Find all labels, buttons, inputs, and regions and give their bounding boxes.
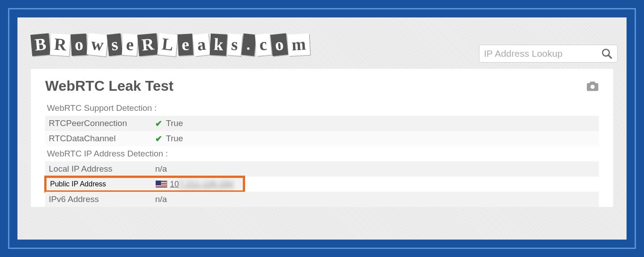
row-value: ✔ True [155, 118, 599, 129]
svg-point-2 [590, 84, 594, 88]
row-value: ✔ True [155, 134, 599, 144]
table-row: RTCPeerConnection ✔ True [45, 116, 599, 131]
page-header: B R o w s e R L e a k s . c o m [17, 17, 627, 69]
row-label: Public IP Address [47, 180, 156, 188]
logo-tile: c [255, 33, 271, 56]
public-ip-link[interactable]: 107.211.126.184 [170, 180, 233, 189]
row-value: n/a [155, 194, 599, 204]
page-container: B R o w s e R L e a k s . c o m [17, 17, 627, 240]
logo-tile: e [122, 33, 138, 55]
logo-tile: . [241, 33, 256, 55]
section-label-support: WebRTC Support Detection : [45, 101, 599, 116]
logo-tile: k [209, 34, 227, 56]
search-icon[interactable] [601, 48, 613, 59]
logo-tile: L [157, 33, 178, 56]
logo-tile: R [50, 33, 71, 56]
row-label: RTCDataChannel [45, 134, 155, 143]
ip-blurred-part: 7.211.126.184 [179, 180, 233, 189]
row-value-text: True [166, 134, 183, 143]
search-box[interactable] [479, 45, 618, 63]
check-icon: ✔ [155, 134, 162, 144]
ip-table: Local IP Address n/a Public IP Address 1… [45, 161, 599, 207]
support-table: RTCPeerConnection ✔ True RTCDataChannel … [45, 116, 599, 146]
highlighted-row: Public IP Address 107.211.126.184 [44, 176, 245, 193]
check-icon: ✔ [155, 118, 162, 129]
table-row: RTCDataChannel ✔ True [45, 131, 599, 146]
table-row: Local IP Address n/a [45, 161, 599, 177]
logo-tile: e [178, 34, 193, 56]
row-label: Local IP Address [45, 164, 155, 174]
page-title: WebRTC Leak Test [45, 78, 174, 94]
row-value-text: True [166, 118, 183, 128]
logo-tile: m [288, 33, 310, 55]
logo-tile: B [30, 33, 51, 56]
logo-tile: R [137, 33, 158, 56]
row-label: RTCPeerConnection [45, 118, 155, 128]
logo-tile: a [192, 33, 210, 56]
logo-tile: o [71, 34, 87, 56]
content-card: WebRTC Leak Test WebRTC Support Detectio… [31, 69, 613, 207]
search-input[interactable] [484, 48, 601, 59]
camera-icon[interactable] [586, 81, 599, 92]
title-row: WebRTC Leak Test [45, 78, 599, 94]
logo-tile: s [107, 33, 123, 56]
outer-frame: B R o w s e R L e a k s . c o m [8, 8, 636, 249]
svg-line-1 [608, 55, 611, 58]
site-logo[interactable]: B R o w s e R L e a k s . c o m [31, 34, 310, 55]
logo-tile: o [271, 33, 288, 56]
table-row: IPv6 Address n/a [45, 192, 599, 207]
us-flag-icon [156, 181, 167, 188]
section-label-ip: WebRTC IP Address Detection : [45, 146, 599, 161]
row-value: 107.211.126.184 [156, 180, 243, 189]
ip-visible-part: 10 [170, 180, 179, 189]
row-value: n/a [155, 164, 599, 174]
logo-tile: s [227, 34, 242, 56]
row-label: IPv6 Address [45, 194, 155, 204]
logo-tile: w [86, 33, 108, 56]
